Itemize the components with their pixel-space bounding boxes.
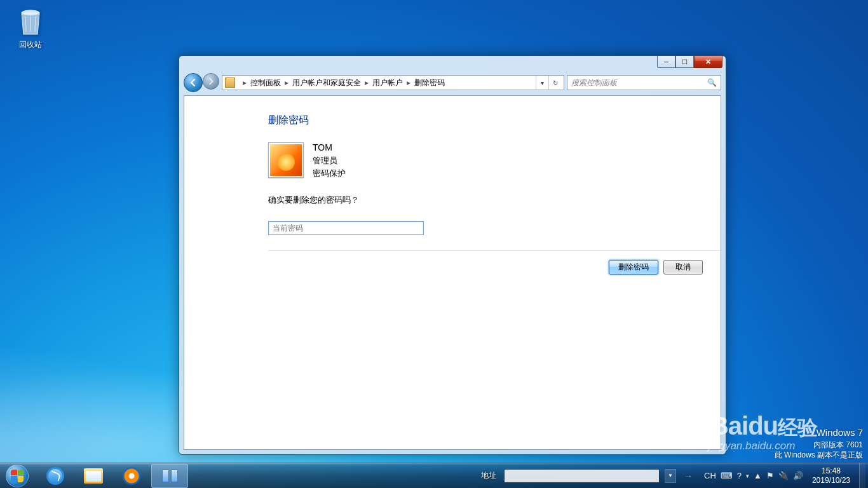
taskbar-item-explorer[interactable] xyxy=(75,464,112,488)
search-placeholder: 搜索控制面板 xyxy=(571,78,617,88)
taskbar-item-media-player[interactable] xyxy=(113,464,150,488)
titlebar-controls xyxy=(657,56,722,68)
taskbar-clock[interactable]: 15:48 2019/10/23 xyxy=(812,466,850,485)
recycle-bin-icon xyxy=(17,6,44,37)
minimize-button[interactable] xyxy=(657,56,675,68)
nav-forward-button[interactable] xyxy=(203,73,219,90)
control-panel-window: ▸ 控制面板 ▸ 用户帐户和家庭安全 ▸ 用户帐户 ▸ 删除密码 ▾ ↻ 搜索控… xyxy=(179,55,726,455)
current-password-input[interactable] xyxy=(268,221,424,235)
breadcrumb-sep: ▸ xyxy=(243,78,247,87)
user-role: 管理员 xyxy=(313,154,346,167)
show-desktop-button[interactable] xyxy=(859,463,865,489)
start-button[interactable] xyxy=(0,463,34,489)
taskbar: 地址 ▼ → CH ⌨ ? ▾ ▲ ⚑ 🔌 🔊 15:48 2019/10/23 xyxy=(0,463,868,488)
maximize-button[interactable] xyxy=(675,56,694,68)
svg-point-0 xyxy=(22,10,39,15)
control-panel-taskbar-icon xyxy=(162,470,178,482)
window-content: 删除密码 TOM 管理员 密码保护 确实要删除您的密码吗？ 删除密码 取消 xyxy=(184,95,721,450)
taskbar-address-go[interactable]: → xyxy=(681,469,695,483)
breadcrumb-item[interactable]: 用户帐户和家庭安全 xyxy=(292,78,361,88)
ime-indicator[interactable]: CH xyxy=(704,471,716,480)
breadcrumb-item[interactable]: 删除密码 xyxy=(414,78,445,88)
cancel-button[interactable]: 取消 xyxy=(663,260,703,274)
tray-expand-icon[interactable]: ▲ xyxy=(754,471,762,480)
control-panel-icon xyxy=(225,78,235,88)
folder-icon xyxy=(84,468,103,484)
user-protection: 密码保护 xyxy=(313,167,346,180)
taskbar-item-ie[interactable] xyxy=(37,464,74,488)
media-player-icon xyxy=(123,467,140,485)
ime-options-icon[interactable]: ▾ xyxy=(746,473,749,479)
recycle-bin-label: 回收站 xyxy=(9,39,52,50)
breadcrumb-item[interactable]: 控制面板 xyxy=(250,78,281,88)
baidu-paw-icon xyxy=(686,416,708,437)
user-avatar xyxy=(268,142,304,178)
page-heading: 删除密码 xyxy=(268,114,721,127)
search-icon: 🔍 xyxy=(707,78,717,87)
clock-date: 2019/10/23 xyxy=(812,476,850,485)
user-block: TOM 管理员 密码保护 xyxy=(268,141,721,179)
navbar: ▸ 控制面板 ▸ 用户帐户和家庭安全 ▸ 用户帐户 ▸ 删除密码 ▾ ↻ 搜索控… xyxy=(184,72,721,93)
taskbar-item-control-panel[interactable] xyxy=(151,464,188,488)
search-box[interactable]: 搜索控制面板 🔍 xyxy=(567,75,721,90)
arrow-left-icon xyxy=(189,78,198,87)
user-name: TOM xyxy=(313,141,346,154)
volume-icon[interactable]: 🔊 xyxy=(793,471,803,480)
confirm-prompt: 确实要删除您的密码吗？ xyxy=(268,194,721,206)
ime-help-icon[interactable]: ? xyxy=(737,471,742,480)
breadcrumb-item[interactable]: 用户帐户 xyxy=(372,78,403,88)
address-bar[interactable]: ▸ 控制面板 ▸ 用户帐户和家庭安全 ▸ 用户帐户 ▸ 删除密码 ▾ ↻ xyxy=(222,75,564,90)
nav-back-button[interactable] xyxy=(184,73,203,92)
arrow-right-icon xyxy=(207,78,215,85)
refresh-button[interactable]: ↻ xyxy=(548,76,561,90)
address-dropdown[interactable]: ▾ xyxy=(536,76,548,90)
ime-keyboard-icon[interactable]: ⌨ xyxy=(721,471,733,480)
windows-logo-icon xyxy=(6,464,29,487)
power-icon[interactable]: 🔌 xyxy=(778,471,789,480)
footer-buttons: 删除密码 取消 xyxy=(268,251,721,274)
windows-watermark: Windows 7 内部版本 7601 此 Windows 副本不是正版 xyxy=(775,426,863,460)
taskbar-address-input[interactable] xyxy=(504,469,660,483)
system-tray: 地址 ▼ → CH ⌨ ? ▾ ▲ ⚑ 🔌 🔊 15:48 2019/10/23 xyxy=(481,463,868,489)
delete-password-button[interactable]: 删除密码 xyxy=(609,260,658,274)
close-button[interactable] xyxy=(694,56,722,68)
ie-icon xyxy=(46,467,64,485)
taskbar-address-dropdown[interactable]: ▼ xyxy=(665,469,676,483)
clock-time: 15:48 xyxy=(812,466,850,475)
recycle-bin[interactable]: 回收站 xyxy=(9,6,52,50)
address-label: 地址 xyxy=(481,470,496,481)
action-center-icon[interactable]: ⚑ xyxy=(766,471,774,480)
